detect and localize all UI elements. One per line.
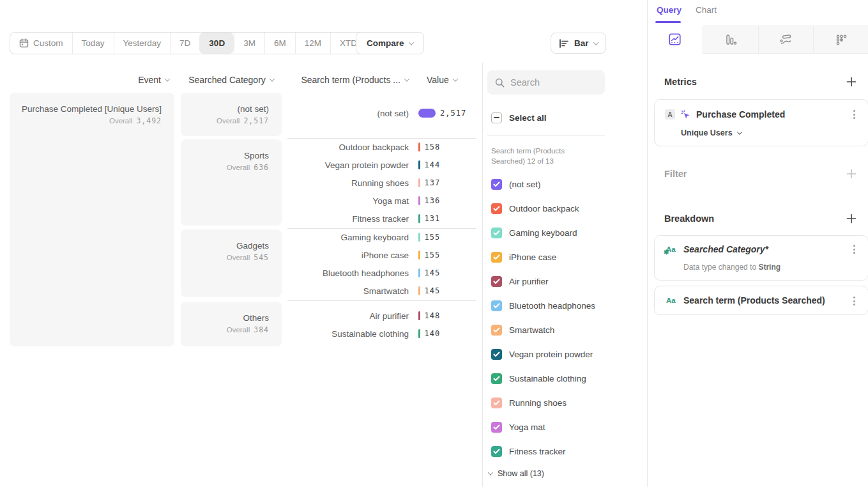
metric-event-name: Purchase Completed [696, 109, 785, 120]
checked-checkbox[interactable] [491, 300, 502, 311]
kebab-menu-icon[interactable] [850, 297, 858, 305]
row-value: 131 [425, 214, 441, 223]
category-cell[interactable]: GadgetsOverall545 [181, 229, 282, 297]
series-checkbox-item[interactable]: Vegan protein powder [487, 342, 634, 366]
table-row[interactable]: Vegan protein powder144 [287, 156, 479, 174]
table-row[interactable]: Bluetooth headphones145 [287, 264, 479, 282]
tab-funnels[interactable] [703, 26, 758, 53]
checkmark-icon [493, 352, 500, 357]
compare-button[interactable]: Compare [356, 32, 424, 54]
value-bar [418, 233, 420, 242]
table-row[interactable]: Smartwatch145 [287, 282, 479, 300]
table-row[interactable]: Gaming keyboard155 [287, 228, 479, 246]
series-checkbox-item[interactable]: Air purifier [487, 269, 634, 293]
series-search-input[interactable]: Search [487, 70, 605, 95]
checked-checkbox[interactable] [491, 325, 502, 336]
table-row[interactable]: Air purifier148 [287, 307, 479, 325]
tab-flows[interactable] [758, 26, 814, 53]
date-range-yesterday[interactable]: Yesterday [114, 33, 171, 54]
series-checkbox-item[interactable]: iPhone case [487, 245, 634, 269]
measure-dropdown[interactable]: Unique Users [681, 128, 742, 137]
checked-checkbox[interactable] [491, 398, 502, 408]
metric-card[interactable]: A Purchase Completed Unique Users [654, 99, 868, 146]
column-header-search-term[interactable]: Search term (Products ... [287, 73, 409, 86]
breakdown-card-searched-category[interactable]: Aa✱ Searched Category* Data type changed… [654, 235, 868, 281]
breakdown-card-search-term[interactable]: Aa Search term (Products Searched) [654, 286, 868, 315]
chevron-down-icon [404, 76, 409, 81]
column-header-searched-category[interactable]: Searched Category [181, 73, 282, 86]
checked-checkbox[interactable] [491, 373, 502, 384]
checkmark-icon [493, 279, 500, 284]
checkmark-icon [493, 254, 500, 260]
column-header-label: Event [138, 75, 161, 85]
tab-insights[interactable] [648, 26, 703, 54]
column-header-event[interactable]: Event [10, 73, 174, 86]
analytics-report-page: CustomTodayYesterday7D30D3M6M12MXTD Comp… [0, 0, 868, 487]
category-overall: Overall636 [181, 162, 269, 173]
chevron-down-icon [736, 129, 742, 134]
column-header-label: Search term (Products ... [301, 75, 400, 85]
search-term-label: Fitness tracker [287, 214, 409, 224]
checked-checkbox[interactable] [491, 446, 502, 457]
funnels-icon [724, 33, 737, 46]
checked-checkbox[interactable] [491, 276, 502, 287]
date-range-12m[interactable]: 12M [295, 33, 330, 54]
date-range-30d[interactable]: 30D [199, 33, 234, 54]
column-header-label: Value [427, 75, 449, 85]
series-checkbox-item[interactable]: Outdoor backpack [487, 196, 634, 220]
breakdown-property-label: Search term (Products Searched) [683, 295, 825, 305]
table-row[interactable]: (not set)2,517 [287, 104, 479, 122]
table-row[interactable]: Outdoor backpack158 [287, 138, 479, 156]
series-checkbox-item[interactable]: Running shoes [487, 390, 634, 415]
tab-retention[interactable] [813, 26, 868, 53]
event-cell[interactable]: Purchase Completed [Unique Users] Overal… [10, 93, 174, 346]
series-checkbox-item[interactable]: Sustainable clothing [487, 366, 634, 390]
tab-query[interactable]: Query [657, 5, 681, 15]
event-overall: Overall3,492 [10, 115, 162, 127]
table-row[interactable]: Fitness tracker131 [287, 210, 479, 228]
checked-checkbox[interactable] [491, 228, 502, 238]
table-row[interactable]: Sustainable clothing140 [287, 325, 479, 343]
date-range-today[interactable]: Today [72, 33, 114, 54]
table-row[interactable]: Yoga mat136 [287, 192, 479, 210]
date-range-7d[interactable]: 7D [170, 33, 199, 54]
row-value: 140 [425, 329, 441, 338]
series-checkbox-item[interactable]: Gaming keyboard [487, 220, 634, 245]
date-range-label: Today [82, 38, 105, 48]
chart-type-dropdown[interactable]: Bar [551, 33, 606, 54]
search-term-label: Bluetooth headphones [287, 268, 409, 278]
checked-checkbox[interactable] [491, 422, 502, 433]
chevron-down-icon [453, 76, 458, 81]
add-filter-button[interactable] [846, 168, 857, 180]
date-range-custom[interactable]: Custom [10, 33, 72, 54]
series-checkbox-item[interactable]: Fitness tracker [487, 439, 634, 463]
search-term-label: (not set) [287, 109, 409, 118]
show-all-button[interactable]: Show all (13) [489, 465, 544, 482]
kebab-menu-icon[interactable] [850, 110, 858, 119]
date-range-3m[interactable]: 3M [234, 33, 264, 54]
series-checkbox-item[interactable]: Yoga mat [487, 415, 634, 439]
series-checkbox-item[interactable]: Smartwatch [487, 318, 634, 342]
table-row[interactable]: Running shoes137 [287, 174, 479, 192]
select-all-toggle[interactable]: Select all [491, 111, 547, 125]
category-cell[interactable]: (not set)Overall2,517 [181, 93, 282, 136]
category-cell[interactable]: SportsOverall636 [181, 139, 282, 226]
indeterminate-checkbox[interactable] [491, 112, 502, 123]
date-range-6m[interactable]: 6M [264, 33, 295, 54]
checked-checkbox[interactable] [491, 252, 502, 263]
series-checkbox-list: (not set)Outdoor backpackGaming keyboard… [487, 172, 634, 463]
checked-checkbox[interactable] [491, 179, 502, 190]
add-metric-button[interactable] [846, 76, 857, 88]
checked-checkbox[interactable] [491, 203, 502, 214]
column-header-value[interactable]: Value [418, 73, 489, 86]
series-checkbox-item[interactable]: (not set) [487, 172, 634, 196]
checked-checkbox[interactable] [491, 349, 502, 360]
tab-chart[interactable]: Chart [696, 5, 717, 15]
search-icon [495, 78, 505, 88]
add-breakdown-button[interactable] [846, 213, 857, 224]
kebab-menu-icon[interactable] [850, 245, 858, 254]
series-checkbox-item[interactable]: Bluetooth headphones [487, 293, 634, 318]
series-item-label: iPhone case [509, 252, 556, 262]
table-row[interactable]: iPhone case155 [287, 246, 479, 264]
category-cell[interactable]: OthersOverall384 [181, 302, 282, 346]
